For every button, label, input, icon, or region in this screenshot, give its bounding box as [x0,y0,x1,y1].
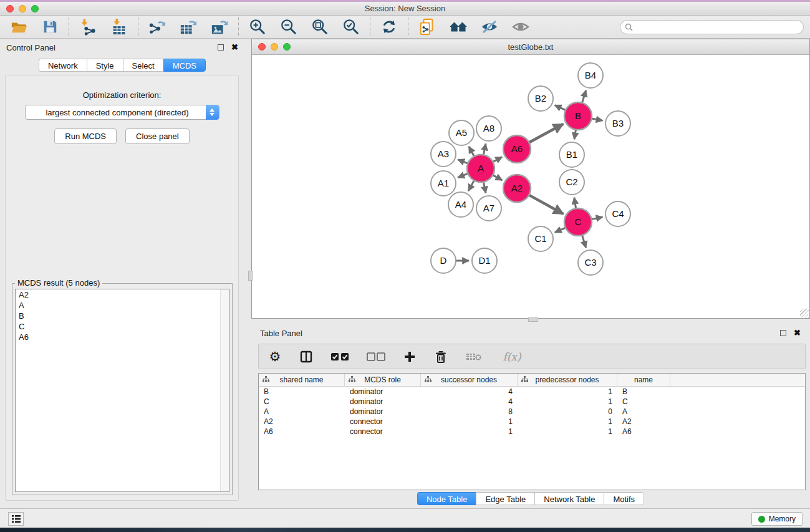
graph-node-B1[interactable]: B1 [559,142,584,167]
hide-details-icon[interactable] [480,17,499,36]
mcds-result-list[interactable]: A2ABCA6 [15,289,229,492]
search-field[interactable] [620,20,804,34]
export-image-icon[interactable] [210,17,229,36]
memory-button[interactable]: Memory [751,512,803,526]
import-network-icon[interactable] [78,17,98,36]
result-list-scrollbar[interactable] [220,289,229,491]
graph-edge-A-A5[interactable] [469,147,475,157]
select-all-checkboxes-icon[interactable] [330,349,350,364]
table-cell[interactable]: A2 [259,417,345,426]
delete-column-trash-icon[interactable] [433,349,448,364]
table-row[interactable]: Adominator80A [259,407,805,417]
table-row[interactable]: Bdominator41B [259,387,805,397]
graph-edge-C-C2[interactable] [574,198,576,209]
table-cell[interactable]: A [259,407,345,416]
close-panel-button[interactable]: Close panel [125,128,190,144]
graph-edge-B-B2[interactable] [555,105,566,110]
table-cell[interactable]: C [259,397,345,406]
network-canvas[interactable]: B4B2BB3A5A8A6A3B1AC2A1A2A4A7C4CC1C3DD1 [252,55,809,318]
home-icon[interactable] [448,17,468,36]
zoom-in-icon[interactable] [248,17,268,36]
column-header-MCDS-role[interactable]: MCDS role [345,374,421,386]
list-item[interactable]: C [16,321,229,332]
table-cell[interactable]: 1 [421,417,518,426]
deselect-all-checkboxes-icon[interactable] [366,349,386,364]
new-network-from-selection-icon[interactable] [417,17,437,36]
close-panel-icon[interactable]: ✖ [231,44,238,51]
graph-node-A3[interactable]: A3 [431,142,456,167]
list-item[interactable]: A6 [16,332,229,342]
table-cell[interactable]: 1 [421,427,518,436]
table-cell[interactable]: connector [345,427,421,436]
table-row[interactable]: Cdominator41C [259,397,805,407]
table-cell[interactable]: A [617,407,670,416]
table-options-gear-icon[interactable]: ⚙ [268,349,282,364]
list-item[interactable]: A2 [16,289,229,300]
zoom-selected-icon[interactable] [341,17,361,36]
graph-edge-A2-C[interactable] [529,195,563,214]
export-table-icon[interactable] [178,17,198,36]
show-column-icon[interactable] [299,349,314,364]
close-table-panel-icon[interactable]: ✖ [794,330,801,336]
criterion-dropdown[interactable]: largest connected component (directed) [25,105,219,120]
save-session-icon[interactable] [40,17,60,36]
table-cell[interactable]: connector [345,417,421,426]
graph-node-B3[interactable]: B3 [605,111,630,136]
table-row[interactable]: A2connector11A2 [259,417,805,427]
tab-edge-table[interactable]: Edge Table [476,492,534,505]
graph-node-C[interactable]: C [564,208,592,236]
graph-node-B2[interactable]: B2 [528,86,553,111]
graph-node-D1[interactable]: D1 [472,248,497,273]
table-cell[interactable]: C [617,397,670,406]
column-header-successor-nodes[interactable]: successor nodes [421,374,518,386]
column-header-name[interactable]: name [617,374,670,386]
graph-edge-B-B3[interactable] [592,118,603,120]
table-cell[interactable]: A6 [617,427,670,436]
graph-node-A1[interactable]: A1 [431,171,456,196]
graph-edge-A-A1[interactable] [458,173,468,178]
graph-edge-B-B4[interactable] [582,90,586,103]
float-table-panel-icon[interactable] [780,330,786,336]
add-column-icon[interactable] [402,349,417,364]
graph-node-B4[interactable]: B4 [578,63,603,88]
table-cell[interactable]: 0 [518,407,617,416]
zoom-fit-icon[interactable] [310,17,330,36]
network-horizontal-scroll-nub[interactable] [528,317,538,322]
table-cell[interactable]: A2 [617,417,670,426]
table-cell[interactable]: 1 [518,397,617,406]
function-builder-icon[interactable]: f(x) [499,349,524,364]
graph-node-C4[interactable]: C4 [605,201,630,226]
graph-edge-A-A7[interactable] [483,182,486,193]
graph-edge-A-A8[interactable] [483,143,486,155]
table-cell[interactable]: dominator [345,407,421,416]
graph-edge-C-C1[interactable] [555,228,566,233]
table-cell[interactable]: dominator [345,397,421,406]
graph-node-C2[interactable]: C2 [559,170,584,195]
graph-node-A6[interactable]: A6 [503,135,531,163]
table-cell[interactable]: B [259,387,345,396]
table-cell[interactable]: 4 [421,397,518,406]
open-session-icon[interactable] [9,17,29,36]
task-history-button[interactable] [8,512,24,526]
zoom-out-icon[interactable] [279,17,299,36]
table-row[interactable]: A6connector11A6 [259,427,805,437]
tab-network-table[interactable]: Network Table [534,492,604,505]
graph-node-A7[interactable]: A7 [476,196,501,221]
table-cell[interactable]: 1 [518,387,617,396]
tab-mcds[interactable]: MCDS [163,59,206,72]
delete-table-icon[interactable] [465,349,483,364]
graph-node-A8[interactable]: A8 [476,116,501,141]
tab-node-table[interactable]: Node Table [417,492,476,505]
graph-node-C1[interactable]: C1 [528,226,553,251]
tab-style[interactable]: Style [87,59,123,72]
graph-node-A5[interactable]: A5 [449,120,474,145]
network-window-titlebar[interactable]: testGlobe.txt [252,39,809,55]
network-vertical-scroll-nub[interactable] [248,271,253,281]
graph-edge-A6-B[interactable] [529,124,563,143]
show-details-icon[interactable] [511,17,531,36]
column-header-shared-name[interactable]: shared name [259,374,345,386]
list-item[interactable]: A [16,300,229,311]
tab-select[interactable]: Select [123,59,163,72]
graph-edge-C-C4[interactable] [592,217,603,220]
table-cell[interactable]: dominator [345,387,421,396]
